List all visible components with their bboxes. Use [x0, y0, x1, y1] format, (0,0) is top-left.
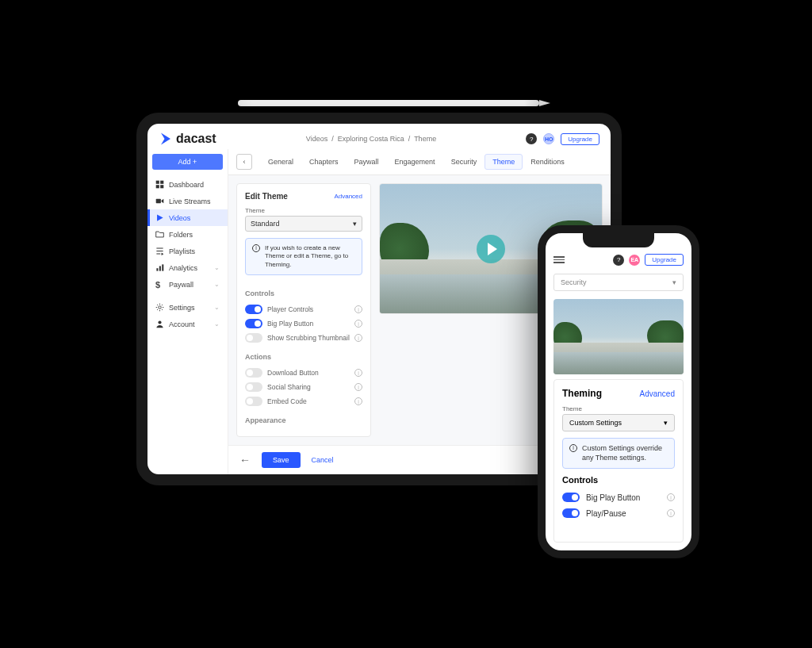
bars-icon — [155, 263, 164, 272]
theming-title: Theming — [562, 388, 602, 399]
section-actions-title: Actions — [245, 353, 362, 361]
chevron-down-icon: ⌄ — [214, 304, 220, 311]
toggle-switch[interactable] — [245, 319, 262, 328]
toggle-player-controls[interactable]: Player Controls i — [245, 302, 362, 316]
info-icon[interactable]: i — [354, 305, 362, 313]
cancel-button[interactable]: Cancel — [312, 456, 334, 464]
toggle-big-play-button[interactable]: Big Play Button i — [245, 316, 362, 331]
sidebar-item-videos[interactable]: Videos — [147, 209, 228, 226]
camera-icon — [155, 197, 164, 205]
tab-theme[interactable]: Theme — [485, 154, 523, 170]
phone-top-select[interactable]: Security▾ — [553, 274, 684, 291]
info-icon: i — [569, 444, 577, 452]
toggle-switch[interactable] — [245, 333, 262, 343]
theme-field-label: Theme — [245, 207, 362, 214]
toggle-switch[interactable] — [245, 382, 262, 392]
section-appearance-title: Appearance — [245, 416, 362, 424]
breadcrumb: Videos / Exploring Costa Rica / Theme — [306, 135, 436, 143]
toggle-switch[interactable] — [562, 493, 580, 502]
panel-title: Edit Theme — [245, 192, 288, 201]
svg-rect-5 — [156, 268, 158, 270]
user-avatar[interactable]: EA — [629, 255, 640, 266]
video-preview[interactable] — [553, 299, 684, 374]
chevron-down-icon: ⌄ — [214, 281, 220, 288]
sidebar-item-playlists[interactable]: Playlists — [147, 243, 228, 259]
section-controls-title: Controls — [245, 289, 362, 297]
toggle-scrubbing-thumbnail[interactable]: Show Scrubbing Thumbnail i — [245, 331, 362, 345]
sidebar-item-settings[interactable]: Settings⌄ — [147, 299, 228, 316]
tab-chapters[interactable]: Chapters — [301, 154, 347, 170]
caret-down-icon: ▾ — [664, 419, 668, 427]
toggle-play-pause[interactable]: Play/Pause i — [562, 505, 675, 521]
info-icon[interactable]: i — [354, 369, 362, 377]
gear-icon — [155, 303, 164, 312]
logo-icon — [159, 132, 173, 146]
sidebar-item-paywall[interactable]: $ Paywall⌄ — [147, 276, 228, 293]
play-icon[interactable] — [477, 235, 505, 263]
info-icon[interactable]: i — [354, 334, 362, 342]
advanced-link[interactable]: Advanced — [334, 193, 362, 200]
tab-security[interactable]: Security — [443, 154, 485, 170]
upgrade-button[interactable]: Upgrade — [561, 133, 599, 145]
back-button[interactable]: ‹ — [236, 154, 252, 170]
tab-general[interactable]: General — [260, 154, 301, 170]
svg-rect-0 — [156, 181, 159, 184]
svg-point-8 — [159, 306, 161, 309]
info-icon[interactable]: i — [667, 493, 675, 501]
theming-card: Theming Advanced Theme Custom Settings▾ … — [553, 379, 684, 543]
dollar-icon: $ — [155, 280, 164, 289]
menu-icon[interactable] — [553, 256, 565, 263]
grid-icon — [155, 180, 164, 189]
svg-rect-4 — [156, 199, 161, 204]
add-button[interactable]: Add + — [152, 154, 223, 170]
info-icon: i — [252, 244, 260, 252]
toggle-social-sharing[interactable]: Social Sharing i — [245, 380, 362, 394]
tab-engagement[interactable]: Engagement — [387, 154, 443, 170]
toggle-switch[interactable] — [245, 397, 262, 406]
sidebar-item-dashboard[interactable]: Dashboard — [147, 176, 228, 193]
toggle-big-play-button[interactable]: Big Play Button i — [562, 489, 675, 505]
svg-rect-2 — [156, 185, 159, 188]
tab-paywall[interactable]: Paywall — [347, 154, 387, 170]
sidebar-item-analytics[interactable]: Analytics⌄ — [147, 259, 228, 276]
theme-select[interactable]: Custom Settings▾ — [562, 414, 675, 431]
sidebar-item-account[interactable]: Account⌄ — [147, 316, 228, 332]
help-icon[interactable]: ? — [526, 133, 537, 144]
sidebar-item-livestreams[interactable]: Live Streams — [147, 193, 228, 209]
svg-rect-3 — [160, 185, 163, 188]
controls-section-title: Controls — [562, 475, 675, 485]
list-icon — [155, 247, 164, 255]
sidebar-item-folders[interactable]: Folders — [147, 226, 228, 243]
toggle-switch[interactable] — [245, 368, 262, 378]
tab-renditions[interactable]: Renditions — [523, 154, 573, 170]
stylus — [238, 100, 539, 106]
user-avatar[interactable]: HO — [543, 133, 554, 144]
toggle-embed-code[interactable]: Embed Code i — [245, 394, 362, 408]
info-box: i Custom Settings override any Theme set… — [562, 438, 675, 469]
toggle-switch[interactable] — [562, 508, 580, 518]
info-icon[interactable]: i — [354, 397, 362, 405]
play-icon — [155, 213, 164, 222]
edit-theme-panel: Edit Theme Advanced Theme Standard▾ i If… — [236, 183, 371, 437]
info-icon[interactable]: i — [667, 509, 675, 517]
phone-device: ? EA Upgrade Security▾ Theming Advanced … — [538, 225, 699, 558]
save-button[interactable]: Save — [262, 452, 301, 468]
person-icon — [155, 320, 164, 328]
theme-select[interactable]: Standard▾ — [245, 216, 362, 232]
theme-field-label: Theme — [562, 405, 675, 412]
toggle-download-button[interactable]: Download Button i — [245, 366, 362, 380]
advanced-link[interactable]: Advanced — [640, 389, 675, 398]
caret-down-icon: ▾ — [353, 220, 357, 228]
tabs: ‹ General Chapters Paywall Engagement Se… — [228, 149, 611, 175]
toggle-switch[interactable] — [245, 305, 262, 314]
upgrade-button[interactable]: Upgrade — [645, 254, 684, 266]
chevron-down-icon: ⌄ — [214, 264, 220, 271]
info-icon[interactable]: i — [354, 320, 362, 328]
sidebar: Add + Dashboard Live Streams Videos Fold… — [147, 149, 228, 474]
help-icon[interactable]: ? — [613, 255, 624, 266]
back-arrow-icon[interactable]: ← — [239, 454, 251, 466]
chevron-down-icon: ⌄ — [214, 320, 220, 328]
folder-icon — [155, 230, 164, 239]
info-box: i If you wish to create a new Theme or e… — [245, 238, 362, 275]
phone-notch — [583, 233, 654, 247]
